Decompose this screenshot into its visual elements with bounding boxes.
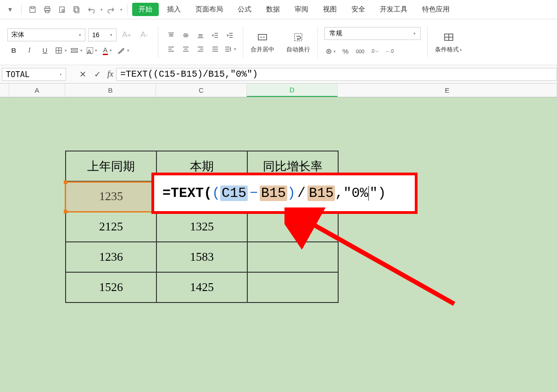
formula-input[interactable]: =TEXT((C15-B15)/B15,"0%") [116, 68, 557, 81]
sheet-area[interactable]: 上年同期 本期 同比增长率 1235 2125 1325 1236 1583 1… [0, 97, 557, 392]
merge-icon [255, 31, 270, 44]
col-header-b[interactable]: B [65, 84, 156, 97]
indent-increase-icon[interactable] [223, 29, 236, 41]
column-headers: A B C D E [0, 84, 557, 97]
separator [317, 26, 318, 58]
formula-token: ") [369, 185, 386, 201]
comma-icon[interactable]: 000 [354, 45, 367, 57]
cell[interactable]: 1583 [156, 242, 247, 272]
increase-decimal-icon[interactable]: .0→ [368, 45, 381, 57]
currency-icon[interactable]: ⊛▾ [324, 45, 337, 57]
italic-button[interactable]: I [23, 45, 36, 56]
decrease-font-icon[interactable]: A- [137, 28, 151, 42]
align-top-icon[interactable] [165, 29, 178, 41]
font-size-select[interactable]: 16▾ [88, 28, 117, 41]
tab-insert[interactable]: 插入 [161, 2, 187, 17]
decrease-decimal-icon[interactable]: ←.0 [383, 45, 396, 57]
preview-icon[interactable] [56, 3, 68, 16]
formula-token-ref: C15 [220, 185, 248, 201]
cancel-icon[interactable]: ✕ [75, 67, 90, 82]
fill-color-button[interactable]: A▾ [85, 45, 98, 56]
col-header-e[interactable]: E [338, 84, 557, 97]
formula-token: =TEXT( [162, 185, 212, 201]
align-middle-icon[interactable] [179, 29, 192, 41]
align-right-icon[interactable] [194, 43, 207, 55]
fx-icon[interactable]: fx [107, 69, 113, 79]
col-header-d[interactable]: D [247, 84, 338, 97]
header-cell[interactable]: 上年同期 [66, 151, 156, 181]
orientation-icon[interactable]: ▾ [223, 43, 236, 55]
cell[interactable]: 1526 [66, 272, 156, 302]
undo-icon[interactable] [85, 3, 98, 16]
separator [158, 26, 158, 58]
underline-button[interactable]: U [39, 45, 51, 56]
chevron-down-icon: ▾ [60, 72, 62, 77]
col-header-a[interactable]: A [9, 84, 65, 97]
formula-token-ref: B15 [307, 185, 335, 201]
cell[interactable] [247, 212, 338, 242]
tab-formula[interactable]: 公式 [231, 2, 258, 17]
align-center-icon[interactable] [179, 43, 192, 55]
enter-icon[interactable]: ✓ [90, 67, 105, 82]
cell-style-button[interactable]: ▾ [70, 45, 83, 56]
cell[interactable] [247, 272, 338, 302]
cell[interactable]: 1425 [156, 272, 247, 302]
separator [21, 5, 22, 15]
print-icon[interactable] [41, 3, 54, 16]
cell[interactable]: 1235 [66, 181, 156, 212]
align-justify-icon[interactable] [209, 43, 222, 55]
align-left-icon[interactable] [165, 43, 178, 55]
formula-token: ( [212, 185, 220, 201]
text-cursor [368, 186, 369, 201]
tab-data[interactable]: 数据 [260, 2, 286, 17]
chevron-down-icon: ▾ [413, 31, 416, 36]
tab-security[interactable]: 安全 [345, 2, 372, 17]
bold-button[interactable]: B [7, 45, 20, 56]
indent-decrease-icon[interactable] [209, 29, 222, 41]
chevron-down-icon[interactable]: ▾ [100, 7, 103, 12]
select-all-corner[interactable] [0, 84, 9, 97]
font-group: 宋体▾ 16▾ A+ A- B I U ▾ ▾ A▾ A▾ ▾ [4, 28, 155, 56]
font-name-select[interactable]: 宋体▾ [7, 28, 85, 41]
cell[interactable]: 2125 [66, 212, 156, 242]
tab-pagelayout[interactable]: 页面布局 [189, 2, 229, 17]
font-color-button[interactable]: A▾ [101, 45, 114, 56]
cell[interactable] [247, 242, 338, 272]
tab-start[interactable]: 开始 [132, 3, 159, 16]
separator [427, 26, 428, 58]
chevron-down-icon[interactable]: ▾ [120, 7, 123, 12]
wrap-text-button[interactable]: 自动换行 [282, 29, 315, 56]
tab-review[interactable]: 审阅 [288, 2, 315, 17]
table-row: 2125 1325 [66, 212, 338, 242]
svg-rect-13 [71, 51, 78, 52]
number-format-select[interactable]: 常规▾ [324, 27, 421, 40]
merge-center-button[interactable]: 合并居中 [246, 29, 279, 56]
align-bottom-icon[interactable] [194, 29, 207, 41]
col-header-c[interactable]: C [156, 84, 247, 97]
redo-icon[interactable] [105, 3, 117, 16]
formula-token: / [297, 185, 306, 201]
table-row: 1236 1583 [66, 242, 338, 272]
svg-point-6 [62, 10, 64, 12]
save-icon[interactable] [26, 3, 39, 16]
highlight-button[interactable]: ▾ [117, 45, 129, 56]
increase-font-icon[interactable]: A+ [119, 28, 134, 42]
cell[interactable]: 1325 [156, 212, 247, 242]
copy-icon[interactable] [70, 3, 83, 16]
border-button[interactable]: ▾ [54, 45, 67, 56]
dropdown-icon[interactable]: ▾ [4, 3, 17, 16]
cell-formula-overlay[interactable]: =TEXT( ( C15 − B15 ) / B15 , "0%") [151, 173, 418, 214]
wrap-label: 自动换行 [286, 45, 310, 54]
formula-token-ref: B15 [260, 185, 287, 201]
percent-icon[interactable]: % [339, 45, 352, 57]
tab-special[interactable]: 特色应用 [416, 2, 456, 17]
svg-rect-7 [75, 8, 79, 13]
svg-rect-44 [258, 34, 267, 40]
svg-rect-0 [30, 7, 35, 12]
tab-view[interactable]: 视图 [317, 2, 343, 17]
conditional-format-button[interactable]: 条件格式▾ [430, 29, 467, 56]
tab-developer[interactable]: 开发工具 [373, 2, 414, 17]
cell[interactable]: 1236 [66, 242, 156, 272]
name-box[interactable]: TOTAL▾ [2, 68, 66, 81]
number-format-value: 常规 [329, 29, 342, 38]
